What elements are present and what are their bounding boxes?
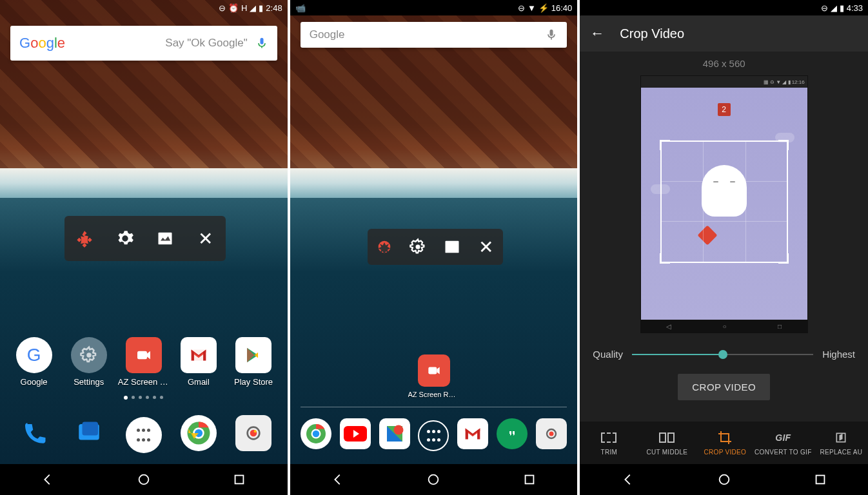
clock: 2:48 <box>266 3 282 13</box>
app-google[interactable]: GGoogle <box>8 337 60 387</box>
dock-gmail[interactable] <box>457 418 488 449</box>
svg-rect-15 <box>445 241 459 253</box>
mic-icon[interactable] <box>545 27 558 43</box>
recorder-overlay[interactable]: ✕ <box>64 216 226 261</box>
clock: 4:33 <box>847 3 863 13</box>
svg-rect-0 <box>159 233 172 245</box>
svg-rect-2 <box>137 351 147 360</box>
back-arrow-icon[interactable]: ← <box>590 25 604 42</box>
app-play-store[interactable]: Play Store <box>228 337 279 387</box>
dock <box>0 406 288 464</box>
crop-handle-tr[interactable] <box>778 140 789 150</box>
tool-cut-middle[interactable]: CUT MIDDLE <box>638 431 696 456</box>
home-button[interactable] <box>135 471 153 489</box>
dock-hangouts[interactable] <box>497 418 528 449</box>
record-icon[interactable] <box>375 237 394 257</box>
dnd-icon: ⊖ <box>821 3 828 13</box>
status-bar: ⊖ ⏰ H ◢ ▮ 2:48 <box>0 0 288 15</box>
slider-thumb[interactable] <box>718 350 727 359</box>
app-label: Gmail <box>188 377 210 387</box>
preview-status-bar: ▦ ⊖ ▼ ◢ ▮12:16 <box>641 76 807 88</box>
gallery-icon[interactable] <box>442 237 462 257</box>
app-row: GGoogle Settings AZ Screen R… Gmail Play… <box>0 337 288 387</box>
dock-chrome[interactable] <box>181 415 217 451</box>
close-icon[interactable]: ✕ <box>196 229 215 248</box>
svg-point-21 <box>393 425 403 435</box>
app-az-recorder[interactable]: AZ Screen Rec… <box>408 354 460 398</box>
dock-chrome[interactable] <box>301 418 331 449</box>
svg-point-23 <box>549 432 553 436</box>
mic-icon[interactable] <box>255 35 268 51</box>
app-settings[interactable]: Settings <box>63 337 115 387</box>
dock-messenger[interactable] <box>71 415 107 451</box>
back-button[interactable] <box>619 471 637 489</box>
dnd-icon: ⊖ <box>518 3 525 13</box>
tool-label: REPLACE AU <box>820 449 862 456</box>
gallery-icon[interactable] <box>155 229 175 248</box>
app-gmail[interactable]: Gmail <box>173 337 224 387</box>
dock-maps[interactable] <box>379 418 410 449</box>
dock-camera[interactable] <box>536 418 567 449</box>
crop-handle-br[interactable] <box>778 253 789 264</box>
app-drawer-button[interactable] <box>126 417 162 453</box>
tool-label: TRIM <box>601 449 618 456</box>
tool-crop-video[interactable]: CROP VIDEO <box>696 431 754 456</box>
app-row: AZ Screen Rec… <box>290 354 578 398</box>
clock: 16:40 <box>551 3 573 13</box>
back-button[interactable] <box>329 471 347 489</box>
tool-convert-gif[interactable]: GIFCONVERT TO GIF <box>754 431 812 456</box>
app-label: Play Store <box>234 377 273 387</box>
home-button[interactable] <box>715 471 733 489</box>
dock-phone[interactable] <box>16 415 52 451</box>
preview-nav-bar: ◁○□ <box>641 320 807 333</box>
app-drawer-button[interactable] <box>418 420 449 451</box>
quality-slider[interactable] <box>632 354 813 355</box>
video-preview[interactable]: ▦ ⊖ ▼ ◢ ▮12:16 2 ◁○□ <box>640 75 808 333</box>
gear-icon[interactable] <box>408 237 428 257</box>
svg-rect-12 <box>235 476 244 484</box>
page-indicator <box>0 396 288 400</box>
signal-icon: ◢ <box>250 3 256 13</box>
app-az-recorder[interactable]: AZ Screen R… <box>118 337 170 387</box>
tool-trim[interactable]: TRIM <box>580 431 638 456</box>
tool-label: CONVERT TO GIF <box>755 449 811 456</box>
crop-handle-bl[interactable] <box>660 253 670 264</box>
svg-point-14 <box>416 245 420 249</box>
google-search-bar[interactable]: Google <box>301 22 567 48</box>
svg-point-27 <box>719 475 729 485</box>
tool-bar: TRIM CUT MIDDLE CROP VIDEO GIFCONVERT TO… <box>580 422 868 464</box>
app-label: Google <box>21 377 48 387</box>
back-button[interactable] <box>39 471 57 489</box>
svg-rect-4 <box>82 422 98 436</box>
quality-control: Quality Highest <box>580 333 868 369</box>
phone-screenshot-2: 📹 ⊖ ▼ ⚡ 16:40 Google ✕ AZ Screen Rec… <box>290 0 578 495</box>
quality-value: Highest <box>822 349 855 360</box>
google-search-bar[interactable]: Google Say "Ok Google" <box>10 26 277 61</box>
alarm-icon: ⏰ <box>228 3 239 13</box>
dock-camera[interactable] <box>235 415 271 451</box>
crop-video-button[interactable]: CROP VIDEO <box>678 374 770 400</box>
tool-replace-audio[interactable]: REPLACE AU <box>812 431 868 456</box>
home-button[interactable] <box>424 471 442 489</box>
record-icon[interactable] <box>75 229 94 248</box>
nav-bar <box>580 464 868 495</box>
close-icon[interactable]: ✕ <box>476 237 495 257</box>
battery-icon: ⚡ <box>538 3 549 13</box>
dock-youtube[interactable] <box>340 418 371 449</box>
google-logo: Google <box>310 28 345 41</box>
phone-screenshot-3: ⊖ ◢ ▮ 4:33 ← Crop Video 496 x 560 ▦ ⊖ ▼ … <box>580 0 868 495</box>
google-logo: Google <box>19 35 65 52</box>
nav-bar <box>290 464 578 495</box>
gear-icon[interactable] <box>115 229 135 248</box>
crop-handle-tl[interactable] <box>660 140 670 150</box>
svg-rect-25 <box>526 476 534 484</box>
recents-button[interactable] <box>520 471 538 489</box>
crop-frame[interactable] <box>660 141 788 263</box>
app-indicator-icon: 📹 <box>295 3 306 13</box>
status-bar: 📹 ⊖ ▼ ⚡ 16:40 <box>290 0 578 15</box>
crop-dimensions: 496 x 560 <box>580 52 868 75</box>
recents-button[interactable] <box>230 471 248 489</box>
recents-button[interactable] <box>811 471 829 489</box>
wifi-icon: ▼ <box>528 3 536 13</box>
svg-point-19 <box>313 431 320 438</box>
